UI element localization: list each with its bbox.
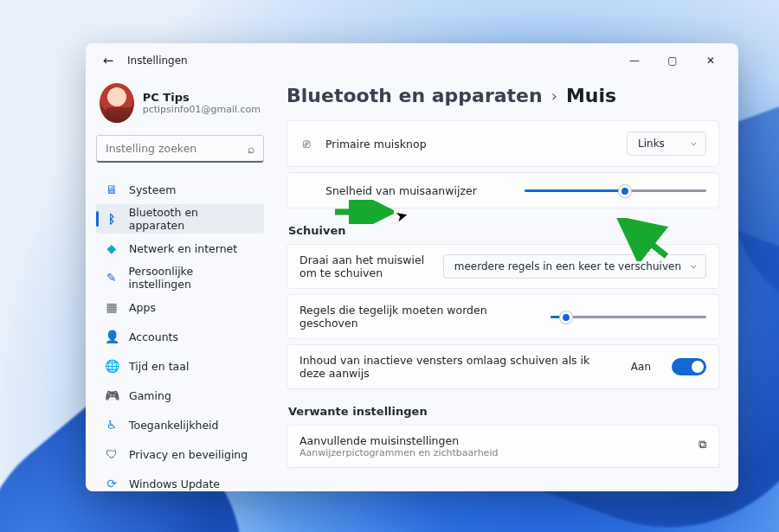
user-email: pctipsinfo01@gmail.com	[143, 104, 261, 115]
shield-icon: 🛡	[105, 447, 119, 461]
back-button[interactable]: ←	[94, 53, 122, 68]
sidebar-item-label: Systeem	[129, 183, 176, 196]
setting-pointer-speed: Snelheid van muisaanwijzer	[286, 172, 719, 208]
setting-label: Inhoud van inactieve vensters omlaag sch…	[299, 354, 619, 380]
setting-label: Snelheid van muisaanwijzer	[325, 184, 512, 197]
sidebar-item-label: Bluetooth en apparaten	[129, 206, 255, 232]
sidebar-item-accounts[interactable]: 👤 Accounts	[96, 322, 264, 351]
mouse-icon: ⎚	[299, 137, 313, 151]
monitor-icon: 🖥	[105, 183, 119, 196]
sidebar-item-accessibility[interactable]: ♿ Toegankelijkheid	[96, 410, 264, 439]
sidebar-item-label: Gaming	[129, 389, 171, 402]
sidebar-item-personalization[interactable]: ✎ Persoonlijke instellingen	[96, 263, 264, 292]
sidebar-item-label: Windows Update	[129, 478, 220, 490]
update-icon: ⟳	[105, 477, 119, 490]
sidebar-item-bluetooth-devices[interactable]: ᛒ Bluetooth en apparaten	[96, 204, 264, 234]
setting-scroll-wheel: Draai aan het muiswiel om te schuiven me…	[286, 244, 719, 289]
section-heading-related: Verwante instellingen	[288, 405, 718, 418]
setting-label: Primaire muisknop	[325, 138, 615, 151]
account-icon: 👤	[105, 330, 119, 343]
maximize-button[interactable]: ▢	[653, 48, 692, 74]
select-value: meerdere regels in een keer te verschuiv…	[454, 260, 681, 272]
page-title: Muis	[566, 85, 616, 106]
sidebar-item-windows-update[interactable]: ⟳ Windows Update	[96, 469, 264, 491]
maximize-icon: ▢	[667, 54, 677, 67]
sidebar-item-label: Netwerk en internet	[129, 242, 237, 255]
close-button[interactable]: ✕	[692, 48, 730, 74]
sidebar-item-privacy[interactable]: 🛡 Privacy en beveiliging	[96, 439, 264, 469]
sidebar-item-label: Tijd en taal	[129, 360, 189, 373]
scroll-wheel-select[interactable]: meerdere regels in een keer te verschuiv…	[443, 254, 706, 279]
sidebar-item-gaming[interactable]: 🎮 Gaming	[96, 381, 264, 410]
sidebar-item-apps[interactable]: ▦ Apps	[96, 292, 264, 322]
settings-window: ← Instellingen — ▢ ✕ PC Tips pctipsinfo0…	[86, 43, 738, 491]
user-profile[interactable]: PC Tips pctipsinfo01@gmail.com	[96, 78, 264, 135]
lines-slider[interactable]	[550, 310, 706, 324]
minimize-icon: —	[629, 54, 640, 67]
sidebar-item-label: Apps	[129, 301, 156, 314]
sidebar-item-network[interactable]: ◆ Netwerk en internet	[96, 234, 264, 263]
setting-label: Regels die tegelijk moeten worden gescho…	[299, 304, 538, 330]
brush-icon: ✎	[105, 271, 119, 285]
pointer-speed-slider[interactable]	[525, 183, 706, 197]
bluetooth-icon: ᛒ	[105, 212, 119, 226]
sidebar-item-system[interactable]: 🖥 Systeem	[96, 175, 264, 204]
wifi-icon: ◆	[105, 241, 119, 255]
close-icon: ✕	[706, 54, 715, 67]
breadcrumb: Bluetooth en apparaten › Muis	[286, 85, 719, 106]
related-mouse-settings-link[interactable]: Aanvullende muisinstellingen Aanwijzerpi…	[286, 425, 719, 468]
accessibility-icon: ♿	[105, 418, 119, 432]
sidebar-item-label: Privacy en beveiliging	[129, 448, 248, 461]
setting-primary-mouse-button: ⎚ Primaire muisknop Links	[286, 120, 719, 167]
link-title: Aanvullende muisinstellingen	[299, 434, 498, 447]
content-area: Bluetooth en apparaten › Muis ⎚ Primaire…	[274, 78, 738, 491]
slider-thumb[interactable]	[619, 185, 631, 197]
select-value: Links	[638, 138, 665, 150]
minimize-button[interactable]: —	[615, 48, 653, 74]
sidebar-nav: 🖥 Systeem ᛒ Bluetooth en apparaten ◆ Net…	[96, 175, 264, 491]
user-name: PC Tips	[143, 91, 261, 104]
sidebar-item-label: Accounts	[129, 330, 178, 343]
toggle-state-label: Aan	[631, 361, 651, 373]
setting-inactive-scroll: Inhoud van inactieve vensters omlaag sch…	[286, 344, 719, 389]
setting-lines-at-once: Regels die tegelijk moeten worden gescho…	[286, 294, 719, 339]
search-icon: ⌕	[248, 142, 254, 156]
apps-icon: ▦	[105, 300, 119, 314]
search-field[interactable]: ⌕	[96, 135, 264, 163]
sidebar-item-label: Toegankelijkheid	[129, 419, 219, 432]
breadcrumb-parent[interactable]: Bluetooth en apparaten	[286, 85, 543, 106]
sidebar: PC Tips pctipsinfo01@gmail.com ⌕ 🖥 Syste…	[86, 78, 274, 491]
link-subtitle: Aanwijzerpictogrammen en zichtbaarheid	[299, 447, 498, 458]
window-title: Instellingen	[127, 54, 188, 67]
search-input[interactable]	[106, 142, 235, 155]
gamepad-icon: 🎮	[105, 388, 119, 402]
inactive-scroll-toggle[interactable]	[672, 358, 706, 375]
external-link-icon: ⧉	[699, 438, 706, 452]
section-heading-scroll: Schuiven	[288, 224, 718, 237]
slider-thumb[interactable]	[560, 311, 572, 324]
setting-label: Draai aan het muiswiel om te schuiven	[299, 253, 431, 279]
sidebar-item-label: Persoonlijke instellingen	[129, 265, 255, 291]
chevron-right-icon: ›	[551, 87, 557, 105]
titlebar: ← Instellingen — ▢ ✕	[86, 43, 738, 78]
primary-button-select[interactable]: Links	[627, 131, 706, 156]
sidebar-item-time-language[interactable]: 🌐 Tijd en taal	[96, 351, 264, 381]
globe-time-icon: 🌐	[105, 359, 119, 373]
avatar	[100, 83, 134, 123]
back-arrow-icon: ←	[103, 53, 114, 68]
